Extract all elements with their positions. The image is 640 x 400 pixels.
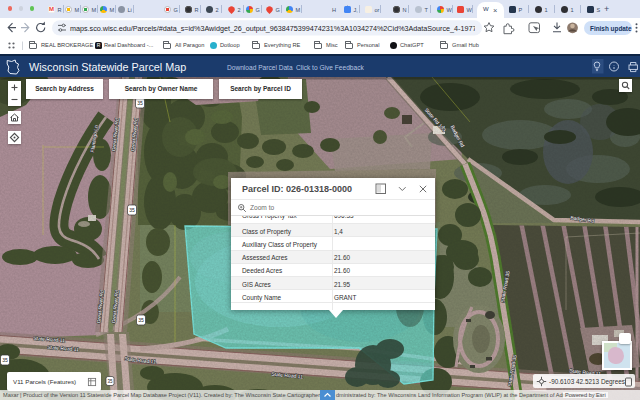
svg-text:35: 35 — [129, 207, 135, 213]
svg-text:35: 35 — [138, 317, 144, 323]
svg-text:35: 35 — [137, 100, 143, 106]
svg-text:35: 35 — [2, 357, 8, 363]
svg-text:35: 35 — [107, 379, 113, 384]
